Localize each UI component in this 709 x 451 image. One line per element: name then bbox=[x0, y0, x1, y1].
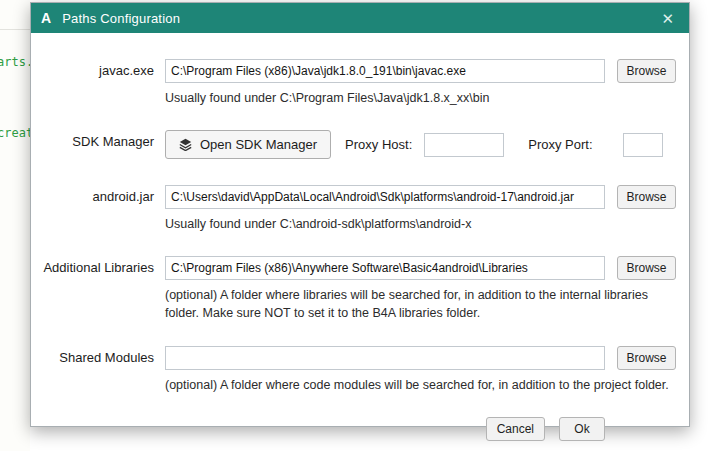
shared-modules-browse-button[interactable]: Browse bbox=[617, 346, 676, 370]
shared-modules-hint: (optional) A folder where code modules w… bbox=[165, 376, 670, 394]
additional-libraries-path-input[interactable] bbox=[165, 256, 605, 280]
open-sdk-manager-button[interactable]: Open SDK Manager bbox=[165, 130, 331, 159]
android-jar-browse-button[interactable]: Browse bbox=[617, 185, 676, 209]
sdk-manager-row: SDK Manager Open SDK Manager Prox bbox=[31, 130, 689, 159]
javac-hint: Usually found under C:\Program Files\Jav… bbox=[165, 89, 670, 107]
proxy-port-label: Proxy Port: bbox=[528, 137, 592, 152]
android-jar-label: android.jar bbox=[31, 185, 165, 233]
open-sdk-manager-label: Open SDK Manager bbox=[200, 137, 317, 152]
additional-libraries-row: Additional Libraries Browse (optional) A… bbox=[31, 256, 689, 322]
background-code-fragment: arts. bbox=[0, 55, 33, 69]
additional-libraries-hint: (optional) A folder where libraries will… bbox=[165, 286, 670, 322]
android-jar-path-input[interactable] bbox=[165, 185, 605, 209]
sdk-manager-label: SDK Manager bbox=[31, 130, 165, 159]
proxy-host-input[interactable] bbox=[424, 133, 504, 157]
javac-browse-button[interactable]: Browse bbox=[617, 59, 676, 83]
android-jar-row: android.jar Browse Usually found under C… bbox=[31, 185, 689, 233]
dialog-footer: Cancel Ok bbox=[31, 417, 689, 451]
close-icon[interactable]: ✕ bbox=[656, 9, 679, 28]
shared-modules-path-input[interactable] bbox=[165, 346, 605, 370]
proxy-port-input[interactable] bbox=[623, 133, 663, 157]
background-divider bbox=[0, 29, 30, 30]
paths-configuration-dialog: A Paths Configuration ✕ javac.exe Browse… bbox=[30, 2, 690, 427]
additional-libraries-label: Additional Libraries bbox=[31, 256, 165, 322]
android-jar-hint: Usually found under C:\android-sdk\platf… bbox=[165, 215, 670, 233]
shared-modules-label: Shared Modules bbox=[31, 346, 165, 394]
dialog-titlebar[interactable]: A Paths Configuration ✕ bbox=[31, 3, 689, 33]
b4a-logo-icon: A bbox=[41, 10, 51, 26]
dialog-title: Paths Configuration bbox=[62, 11, 656, 26]
dialog-body: javac.exe Browse Usually found under C:\… bbox=[31, 33, 689, 417]
cancel-button[interactable]: Cancel bbox=[486, 417, 545, 441]
additional-libraries-browse-button[interactable]: Browse bbox=[617, 256, 676, 280]
shared-modules-row: Shared Modules Browse (optional) A folde… bbox=[31, 346, 689, 394]
proxy-host-label: Proxy Host: bbox=[345, 137, 412, 152]
javac-label: javac.exe bbox=[31, 59, 165, 107]
javac-path-input[interactable] bbox=[165, 59, 605, 83]
sdk-manager-icon bbox=[179, 138, 192, 151]
javac-row: javac.exe Browse Usually found under C:\… bbox=[31, 59, 689, 107]
background-code-fragment: creat bbox=[0, 126, 33, 140]
ok-button[interactable]: Ok bbox=[559, 417, 605, 441]
